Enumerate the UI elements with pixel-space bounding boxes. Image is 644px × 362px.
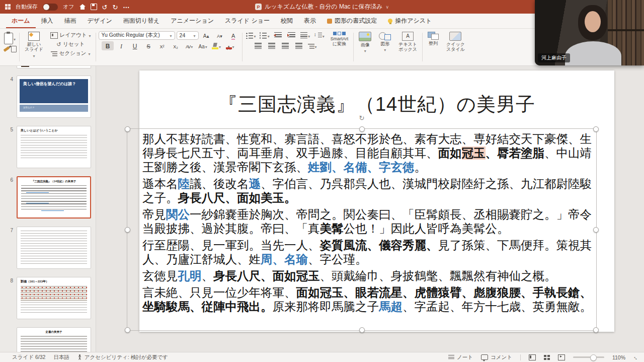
subscript-button[interactable] bbox=[170, 41, 182, 50]
chevron-down-icon bbox=[384, 47, 386, 52]
comments-button[interactable]: コメント bbox=[481, 354, 512, 361]
tab-スライド ショー[interactable]: スライド ショー bbox=[219, 14, 275, 28]
align-right-button[interactable] bbox=[279, 41, 291, 50]
chevron-down-icon[interactable]: ∨ bbox=[385, 5, 389, 10]
redo-icon[interactable] bbox=[112, 3, 118, 12]
bullets-button[interactable] bbox=[245, 31, 257, 40]
font-name-select[interactable]: Yu Gothic Regular (本文) bbox=[99, 31, 175, 40]
numbering-button[interactable] bbox=[259, 31, 271, 40]
thumbnail-title: 劉備（161～223年） bbox=[17, 277, 91, 285]
resize-handle-bottom-left[interactable] bbox=[125, 327, 130, 333]
resize-handle-top-right[interactable] bbox=[593, 126, 599, 132]
highlight-color-button[interactable] bbox=[210, 41, 222, 50]
chevron-down-icon bbox=[323, 31, 325, 40]
italic-button[interactable] bbox=[115, 41, 127, 50]
smartart-convert-button[interactable]: SmartArt に変換 bbox=[328, 31, 351, 63]
layout-button[interactable]: レイアウト bbox=[48, 31, 93, 40]
tab-表示[interactable]: 表示 bbox=[298, 14, 321, 28]
webcam-overlay[interactable]: 河上麻由子 bbox=[535, 0, 644, 65]
language-indicator[interactable]: 日本語 bbox=[53, 354, 69, 361]
decrease-indent-button[interactable] bbox=[272, 31, 284, 40]
paste-button[interactable] bbox=[3, 31, 17, 46]
tab-デザイン[interactable]: デザイン bbox=[82, 14, 118, 28]
tab-操作アシスト[interactable]: 操作アシスト bbox=[382, 14, 437, 28]
line-spacing-button[interactable] bbox=[313, 31, 326, 40]
tab-校閲[interactable]: 校閲 bbox=[275, 14, 298, 28]
presenter-name: 河上麻由子 bbox=[538, 53, 570, 62]
new-slide-button[interactable]: 新しい スライド bbox=[22, 31, 46, 63]
accessibility-status[interactable]: アクセシビリティ: 検討が必要です bbox=[77, 354, 168, 361]
notes-button[interactable]: ノート bbox=[448, 354, 473, 361]
autosave-toggle[interactable] bbox=[43, 4, 58, 11]
section-button[interactable]: セクション bbox=[49, 49, 93, 58]
section-label: セクション bbox=[59, 50, 87, 57]
tab-アニメーション[interactable]: アニメーション bbox=[165, 14, 219, 28]
document-title[interactable]: ルッキズムな仏教 - 自分の Mac に保存済み bbox=[265, 3, 383, 11]
bold-button[interactable] bbox=[102, 41, 114, 50]
home-icon[interactable] bbox=[79, 4, 86, 10]
zoom-slider-knob[interactable] bbox=[590, 354, 597, 361]
slide-thumbnail[interactable]: 美しいとはどういうことか bbox=[17, 126, 91, 168]
resize-handle-middle-right[interactable] bbox=[593, 227, 599, 233]
underline-button[interactable] bbox=[129, 41, 141, 50]
font-size-select[interactable]: 24 bbox=[177, 31, 199, 40]
picture-button[interactable]: 画像 bbox=[356, 31, 374, 63]
resize-handle-bottom-right[interactable] bbox=[593, 327, 599, 333]
slide-thumbnail[interactable]: 史書の美男子 bbox=[17, 327, 91, 352]
slide-thumbnail[interactable] bbox=[17, 227, 91, 269]
decrease-font-button[interactable] bbox=[214, 31, 226, 40]
slide-sorter-view-button[interactable] bbox=[544, 355, 550, 360]
arrange-button[interactable]: 整列 bbox=[425, 31, 441, 63]
tab-label: 表示 bbox=[304, 17, 316, 25]
change-case-button[interactable] bbox=[197, 41, 209, 50]
increase-font-icon bbox=[203, 31, 209, 40]
normal-view-button[interactable] bbox=[529, 354, 536, 360]
strikethrough-button[interactable] bbox=[142, 41, 154, 50]
text-direction-button[interactable] bbox=[299, 31, 311, 40]
resize-handle-top-left[interactable] bbox=[125, 126, 130, 132]
zoom-level[interactable]: 110% bbox=[612, 354, 625, 360]
resize-handle-top-middle[interactable] bbox=[359, 126, 365, 132]
align-left-button[interactable] bbox=[252, 41, 264, 50]
slide-counter: スライド 6/32 bbox=[12, 354, 45, 361]
resize-handle-bottom-middle[interactable] bbox=[359, 327, 365, 333]
format-painter-icon[interactable] bbox=[3, 46, 10, 52]
undo-icon[interactable] bbox=[102, 3, 108, 12]
tab-画面切り替え[interactable]: 画面切り替え bbox=[118, 14, 166, 28]
slide-thumbnail[interactable]: 『三国志演義』（14世紀）の美男子 bbox=[17, 176, 91, 219]
font-color-button[interactable] bbox=[224, 41, 236, 50]
tab-挿入[interactable]: 挿入 bbox=[36, 14, 59, 28]
slide-thumbnail[interactable]: 美しい僧侶を望んだのは誰？女性なの？ bbox=[17, 76, 91, 118]
copy-icon[interactable] bbox=[11, 46, 17, 52]
columns-button[interactable] bbox=[306, 41, 318, 50]
reset-button[interactable]: リセット bbox=[54, 40, 87, 49]
increase-indent-button[interactable] bbox=[286, 31, 298, 40]
mission-control-icon[interactable] bbox=[5, 4, 11, 10]
tab-ホーム[interactable]: ホーム bbox=[6, 14, 36, 28]
align-center-button[interactable] bbox=[266, 41, 278, 50]
quick-styles-icon bbox=[449, 32, 461, 41]
tab-図形の書式設定[interactable]: 図形の書式設定 bbox=[321, 14, 382, 28]
shapes-button[interactable]: 図形 bbox=[376, 31, 393, 63]
character-spacing-button[interactable] bbox=[183, 41, 195, 50]
textbox-button[interactable]: テキスト ボックス bbox=[396, 31, 420, 63]
resize-handle-middle-left[interactable] bbox=[125, 227, 130, 233]
fit-slide-icon[interactable] bbox=[632, 353, 640, 361]
clear-formatting-button[interactable] bbox=[227, 31, 239, 40]
slideshow-view-button[interactable] bbox=[558, 354, 565, 360]
increase-font-button[interactable] bbox=[200, 31, 212, 40]
tab-描画[interactable]: 描画 bbox=[59, 14, 82, 28]
text-run: 、脣若塗脂 bbox=[486, 147, 545, 160]
slide[interactable]: 『三国志演義』（14世紀）の美男子 那人不甚好読書、性寛和、寡言語、喜怒不形於色… bbox=[139, 70, 614, 332]
autosave-state: オフ bbox=[63, 3, 74, 11]
quick-styles-button[interactable]: クイック スタイル bbox=[444, 31, 467, 63]
slide-title[interactable]: 『三国志演義』（14世紀）の美男子 bbox=[139, 92, 614, 117]
save-icon[interactable] bbox=[91, 4, 97, 10]
justify-button[interactable] bbox=[293, 41, 305, 50]
slide-thumbnail[interactable]: 劉備（161～223年） bbox=[17, 277, 91, 319]
superscript-button[interactable] bbox=[156, 41, 168, 50]
zoom-slider[interactable] bbox=[573, 356, 604, 358]
rotate-handle[interactable] bbox=[358, 115, 365, 122]
more-icon[interactable] bbox=[123, 3, 129, 12]
body-textbox[interactable]: 那人不甚好読書、性寛和、寡言語、喜怒不形於色、素有大志、専好結交天下豪傑、生得身… bbox=[127, 128, 597, 331]
